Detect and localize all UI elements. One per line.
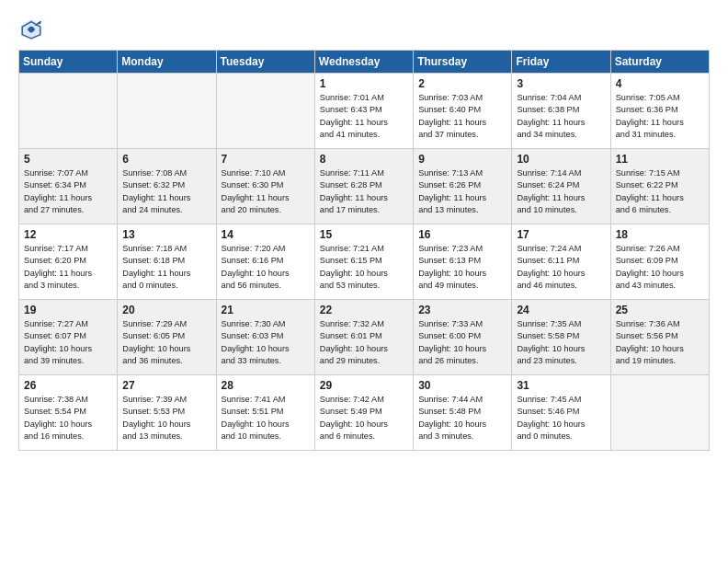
day-number: 28 <box>222 379 310 392</box>
day-info: Sunrise: 7:39 AM Sunset: 5:53 PM Dayligh… <box>122 394 210 442</box>
day-cell: 23Sunrise: 7:33 AM Sunset: 6:00 PM Dayli… <box>414 300 512 375</box>
day-number: 17 <box>517 228 605 241</box>
day-cell: 14Sunrise: 7:20 AM Sunset: 6:16 PM Dayli… <box>216 224 314 300</box>
day-info: Sunrise: 7:33 AM Sunset: 6:00 PM Dayligh… <box>418 318 506 367</box>
day-info: Sunrise: 7:05 AM Sunset: 6:36 PM Dayligh… <box>616 92 704 141</box>
day-cell: 25Sunrise: 7:36 AM Sunset: 5:56 PM Dayli… <box>610 300 709 375</box>
day-info: Sunrise: 7:07 AM Sunset: 6:34 PM Dayligh… <box>24 167 112 216</box>
day-number: 26 <box>24 379 112 392</box>
day-cell: 4Sunrise: 7:05 AM Sunset: 6:36 PM Daylig… <box>610 74 709 149</box>
day-number: 9 <box>418 153 506 166</box>
week-row-2: 5Sunrise: 7:07 AM Sunset: 6:34 PM Daylig… <box>19 149 710 224</box>
day-info: Sunrise: 7:23 AM Sunset: 6:13 PM Dayligh… <box>418 243 506 292</box>
day-cell: 2Sunrise: 7:03 AM Sunset: 6:40 PM Daylig… <box>414 74 512 149</box>
day-info: Sunrise: 7:36 AM Sunset: 5:56 PM Dayligh… <box>616 318 704 367</box>
week-row-1: 1Sunrise: 7:01 AM Sunset: 6:43 PM Daylig… <box>19 74 710 149</box>
weekday-friday: Friday <box>512 51 610 74</box>
day-number: 23 <box>418 304 506 316</box>
day-cell: 11Sunrise: 7:15 AM Sunset: 6:22 PM Dayli… <box>610 149 709 224</box>
day-info: Sunrise: 7:44 AM Sunset: 5:48 PM Dayligh… <box>418 394 506 442</box>
day-info: Sunrise: 7:42 AM Sunset: 5:49 PM Dayligh… <box>320 394 408 442</box>
day-cell: 18Sunrise: 7:26 AM Sunset: 6:09 PM Dayli… <box>610 224 709 300</box>
day-info: Sunrise: 7:15 AM Sunset: 6:22 PM Dayligh… <box>616 167 704 216</box>
day-number: 4 <box>616 77 704 90</box>
day-info: Sunrise: 7:24 AM Sunset: 6:11 PM Dayligh… <box>517 243 605 292</box>
day-cell: 17Sunrise: 7:24 AM Sunset: 6:11 PM Dayli… <box>512 224 610 300</box>
day-cell: 28Sunrise: 7:41 AM Sunset: 5:51 PM Dayli… <box>216 375 314 451</box>
day-cell: 15Sunrise: 7:21 AM Sunset: 6:15 PM Dayli… <box>314 224 413 300</box>
day-info: Sunrise: 7:21 AM Sunset: 6:15 PM Dayligh… <box>320 243 408 292</box>
day-cell: 9Sunrise: 7:13 AM Sunset: 6:26 PM Daylig… <box>414 149 512 224</box>
weekday-thursday: Thursday <box>414 51 512 74</box>
weekday-header-row: SundayMondayTuesdayWednesdayThursdayFrid… <box>19 51 710 74</box>
day-number: 22 <box>320 304 408 316</box>
day-number: 19 <box>24 304 112 316</box>
day-info: Sunrise: 7:14 AM Sunset: 6:24 PM Dayligh… <box>517 167 605 216</box>
day-number: 29 <box>320 379 408 392</box>
day-info: Sunrise: 7:29 AM Sunset: 6:05 PM Dayligh… <box>122 318 210 367</box>
day-number: 20 <box>122 304 210 316</box>
day-cell: 5Sunrise: 7:07 AM Sunset: 6:34 PM Daylig… <box>19 149 118 224</box>
day-info: Sunrise: 7:30 AM Sunset: 6:03 PM Dayligh… <box>222 318 310 367</box>
page: SundayMondayTuesdayWednesdayThursdayFrid… <box>0 0 728 563</box>
day-cell <box>610 375 709 451</box>
week-row-5: 26Sunrise: 7:38 AM Sunset: 5:54 PM Dayli… <box>19 375 710 451</box>
day-cell: 8Sunrise: 7:11 AM Sunset: 6:28 PM Daylig… <box>314 149 413 224</box>
day-cell: 16Sunrise: 7:23 AM Sunset: 6:13 PM Dayli… <box>414 224 512 300</box>
day-number: 13 <box>122 228 210 241</box>
day-number: 5 <box>24 153 112 166</box>
day-cell: 6Sunrise: 7:08 AM Sunset: 6:32 PM Daylig… <box>118 149 216 224</box>
day-cell: 30Sunrise: 7:44 AM Sunset: 5:48 PM Dayli… <box>414 375 512 451</box>
logo <box>18 17 48 42</box>
weekday-wednesday: Wednesday <box>314 51 413 74</box>
day-cell: 26Sunrise: 7:38 AM Sunset: 5:54 PM Dayli… <box>19 375 118 451</box>
day-number: 14 <box>222 228 310 241</box>
day-info: Sunrise: 7:38 AM Sunset: 5:54 PM Dayligh… <box>24 394 112 442</box>
day-number: 24 <box>517 304 605 316</box>
day-cell: 31Sunrise: 7:45 AM Sunset: 5:46 PM Dayli… <box>512 375 610 451</box>
day-info: Sunrise: 7:45 AM Sunset: 5:46 PM Dayligh… <box>517 394 605 442</box>
day-cell: 12Sunrise: 7:17 AM Sunset: 6:20 PM Dayli… <box>19 224 118 300</box>
day-info: Sunrise: 7:10 AM Sunset: 6:30 PM Dayligh… <box>222 167 310 216</box>
day-cell: 27Sunrise: 7:39 AM Sunset: 5:53 PM Dayli… <box>118 375 216 451</box>
day-cell: 7Sunrise: 7:10 AM Sunset: 6:30 PM Daylig… <box>216 149 314 224</box>
day-cell: 3Sunrise: 7:04 AM Sunset: 6:38 PM Daylig… <box>512 74 610 149</box>
day-number: 16 <box>418 228 506 241</box>
day-number: 18 <box>616 228 704 241</box>
calendar: SundayMondayTuesdayWednesdayThursdayFrid… <box>18 50 710 451</box>
day-number: 11 <box>616 153 704 166</box>
day-number: 25 <box>616 304 704 316</box>
day-number: 30 <box>418 379 506 392</box>
day-cell <box>118 74 216 149</box>
day-cell <box>19 74 118 149</box>
day-number: 8 <box>320 153 408 166</box>
day-info: Sunrise: 7:41 AM Sunset: 5:51 PM Dayligh… <box>222 394 310 442</box>
day-cell: 24Sunrise: 7:35 AM Sunset: 5:58 PM Dayli… <box>512 300 610 375</box>
day-number: 21 <box>222 304 310 316</box>
day-cell: 13Sunrise: 7:18 AM Sunset: 6:18 PM Dayli… <box>118 224 216 300</box>
day-info: Sunrise: 7:20 AM Sunset: 6:16 PM Dayligh… <box>222 243 310 292</box>
header <box>18 17 710 42</box>
day-number: 2 <box>418 77 506 90</box>
day-number: 1 <box>320 77 408 90</box>
day-info: Sunrise: 7:03 AM Sunset: 6:40 PM Dayligh… <box>418 92 506 141</box>
day-cell: 21Sunrise: 7:30 AM Sunset: 6:03 PM Dayli… <box>216 300 314 375</box>
day-info: Sunrise: 7:13 AM Sunset: 6:26 PM Dayligh… <box>418 167 506 216</box>
week-row-4: 19Sunrise: 7:27 AM Sunset: 6:07 PM Dayli… <box>19 300 710 375</box>
logo-icon <box>18 17 44 42</box>
day-info: Sunrise: 7:27 AM Sunset: 6:07 PM Dayligh… <box>24 318 112 367</box>
day-number: 15 <box>320 228 408 241</box>
day-info: Sunrise: 7:11 AM Sunset: 6:28 PM Dayligh… <box>320 167 408 216</box>
day-info: Sunrise: 7:01 AM Sunset: 6:43 PM Dayligh… <box>320 92 408 141</box>
weekday-tuesday: Tuesday <box>216 51 314 74</box>
day-info: Sunrise: 7:32 AM Sunset: 6:01 PM Dayligh… <box>320 318 408 367</box>
day-info: Sunrise: 7:35 AM Sunset: 5:58 PM Dayligh… <box>517 318 605 367</box>
day-number: 10 <box>517 153 605 166</box>
day-number: 7 <box>222 153 310 166</box>
day-info: Sunrise: 7:26 AM Sunset: 6:09 PM Dayligh… <box>616 243 704 292</box>
day-cell: 19Sunrise: 7:27 AM Sunset: 6:07 PM Dayli… <box>19 300 118 375</box>
day-number: 6 <box>122 153 210 166</box>
weekday-saturday: Saturday <box>610 51 709 74</box>
day-cell: 20Sunrise: 7:29 AM Sunset: 6:05 PM Dayli… <box>118 300 216 375</box>
day-cell: 1Sunrise: 7:01 AM Sunset: 6:43 PM Daylig… <box>314 74 413 149</box>
